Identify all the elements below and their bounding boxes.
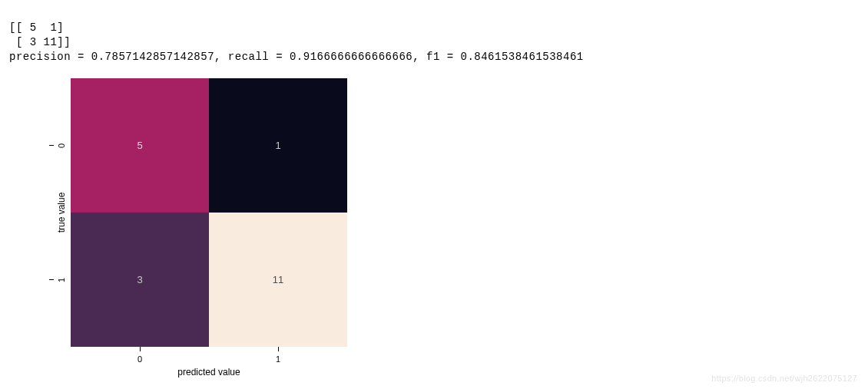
- heatmap-row-0: 5 1: [71, 78, 347, 213]
- y-tick-1: 1: [57, 272, 66, 288]
- confusion-matrix-chart: true value 0 1 5 1 3 11 0 1 predicted va…: [40, 78, 347, 377]
- console-output: [[ 5 1] [ 3 11]] precision = 0.785714285…: [9, 6, 859, 64]
- y-ticks: 0 1: [54, 78, 69, 347]
- watermark-text: https://blog.csdn.net/wjh2622075127: [711, 374, 857, 383]
- matrix-row-2: [ 3 11]]: [9, 36, 71, 48]
- matrix-row-1: [[ 5 1]: [9, 21, 64, 34]
- heatmap-grid: 0 1 5 1 3 11: [71, 78, 347, 347]
- x-tick-0: 0: [137, 354, 142, 364]
- cell-0-0: 5: [71, 78, 209, 213]
- metrics-line: precision = 0.7857142857142857, recall =…: [9, 51, 584, 63]
- heatmap-row-1: 3 11: [71, 213, 347, 347]
- x-axis-label: predicted value: [71, 367, 347, 377]
- cell-1-0: 3: [71, 213, 209, 347]
- y-tick-0: 0: [57, 138, 66, 153]
- cell-1-1: 11: [209, 213, 347, 347]
- x-tick-1: 1: [276, 354, 280, 364]
- x-ticks: 0 1: [71, 347, 347, 365]
- cell-0-1: 1: [209, 78, 347, 213]
